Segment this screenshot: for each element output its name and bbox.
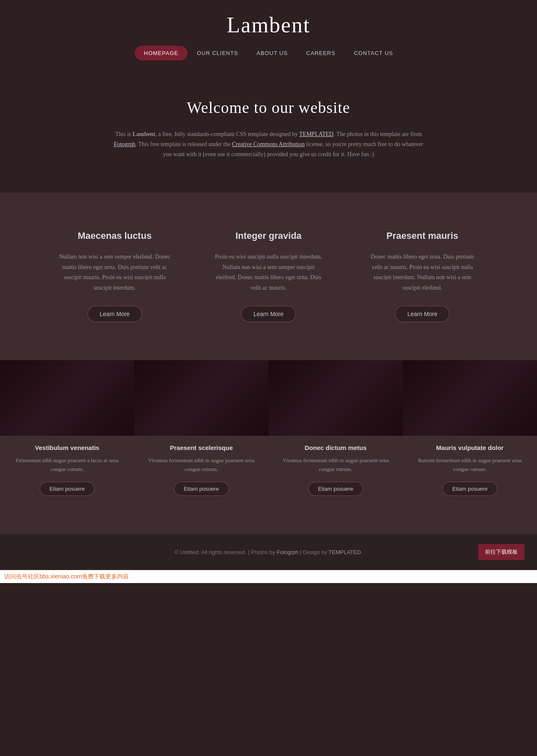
download-button[interactable]: 前往下载模板 [478,544,524,560]
feature-3-learn-more[interactable]: Learn More [395,306,450,322]
feature-col-3: Praesent mauris Donec mattis libero eget… [345,218,499,335]
portfolio-img-2 [134,360,268,436]
hero-description: This is Lambent, a free, fully standards… [111,129,426,159]
portfolio-img-1 [0,360,134,436]
portfolio-text-2: Praesent scelerisque Vivamus fermentum n… [134,436,268,509]
hero-text-1: This is [115,131,133,137]
site-title: Lambent [0,13,537,37]
fotogrph-link[interactable]: Fotogrph [114,141,135,147]
portfolio-grid: Vestibulum venenatis Fermentum nibh augu… [0,360,537,509]
hero-text-2: , a free, fully standards-compliant CSS … [155,131,299,137]
portfolio-2-title: Praesent scelerisque [145,444,258,451]
nav-our-clients[interactable]: OUR CLIENTS [188,46,247,60]
feature-col-2: Integer gravida Proin eu wisi suscipit n… [192,218,346,335]
feature-3-title: Praesent mauris [366,230,478,241]
nav-homepage[interactable]: HOMEPAGE [135,46,188,60]
portfolio-2-button[interactable]: Etiam posuere [174,481,229,496]
portfolio-item-4: Mauris vulputate dolor Rutrum fermentum … [403,360,537,509]
portfolio-text-3: Donec dictum metus Vivamus fermentum nib… [268,436,403,509]
portfolio-1-body: Fermentum nibh augue praesent a lacus at… [10,456,124,474]
portfolio-text-4: Mauris vulputate dolor Rutrum fermentum … [403,436,537,509]
footer: © Untitled. All rights reserved. | Photo… [0,534,537,570]
nav-careers[interactable]: CAREERS [297,46,345,60]
hero-heading: Welcome to our website [84,98,453,117]
footer-period: . [361,549,362,555]
hero-text-4: . This free template is released under t… [136,141,232,147]
portfolio-3-title: Donec dictum metus [279,444,392,451]
portfolio-4-button[interactable]: Etiam posuere [442,481,498,496]
portfolio-item-1: Vestibulum venenatis Fermentum nibh augu… [0,360,134,509]
nav-contact-us[interactable]: CONTACT US [345,46,402,60]
feature-1-body: Nullam non wisi a sem semper eleifend. D… [59,252,171,293]
feature-2-title: Integer gravida [213,230,325,241]
portfolio-4-body: Rutrum fermentum nibh in augue praesent … [413,456,527,474]
portfolio-section: Vestibulum venenatis Fermentum nibh augu… [0,360,537,534]
portfolio-3-body: Vivamus fermentum nibh in augue praesent… [279,456,392,474]
header: Lambent HOMEPAGE OUR CLIENTS ABOUT US CA… [0,0,537,69]
hero-section: Welcome to our website This is Lambent, … [0,69,537,193]
portfolio-img-4 [403,360,537,436]
feature-2-learn-more[interactable]: Learn More [241,306,296,322]
templated-link[interactable]: TEMPLATED [299,131,334,137]
portfolio-4-title: Mauris vulputate dolor [413,444,527,451]
portfolio-item-3: Donec dictum metus Vivamus fermentum nib… [268,360,403,509]
watermark-bar: 访问虫号社区bbs.xieniao.com免费下载更多内容 [0,570,537,583]
watermark-text: 访问虫号社区bbs.xieniao.com免费下载更多内容 [4,573,129,580]
portfolio-3-button[interactable]: Etiam posuere [308,481,363,496]
hero-brand: Lambent [133,131,155,137]
feature-3-body: Donec mattis libero eget urna. Duis pret… [366,252,478,293]
portfolio-1-button[interactable]: Etiam posuere [39,481,95,496]
feature-1-title: Maecenas luctus [59,230,171,241]
main-nav: HOMEPAGE OUR CLIENTS ABOUT US CAREERS CO… [0,46,537,60]
features-section: Maecenas luctus Nullam non wisi a sem se… [0,193,537,360]
features-grid: Maecenas luctus Nullam non wisi a sem se… [38,218,499,335]
nav-about-us[interactable]: ABOUT US [248,46,297,60]
portfolio-1-title: Vestibulum venenatis [10,444,124,451]
portfolio-img-3 [268,360,403,436]
footer-copyright: © Untitled. All rights reserved. | Photo… [175,549,276,555]
feature-col-1: Maecenas luctus Nullam non wisi a sem se… [38,218,192,335]
feature-2-body: Proin eu wisi suscipit nulla suscipit in… [213,252,325,293]
footer-separator: | Design by [299,549,329,555]
portfolio-item-2: Praesent scelerisque Vivamus fermentum n… [134,360,268,509]
feature-1-learn-more[interactable]: Learn More [87,306,143,322]
footer-fotogrph-link[interactable]: Fotogrph [276,549,298,555]
footer-text: © Untitled. All rights reserved. | Photo… [8,549,529,555]
portfolio-text-1: Vestibulum venenatis Fermentum nibh augu… [0,436,134,509]
footer-templated-link[interactable]: TEMPLATED [328,549,361,555]
portfolio-2-body: Vivamus fermentum nibh in augue praesent… [145,456,258,474]
hero-text-3: . The photos in this template are from [334,131,422,137]
cc-link[interactable]: Creative Commons Attribution [232,141,305,147]
